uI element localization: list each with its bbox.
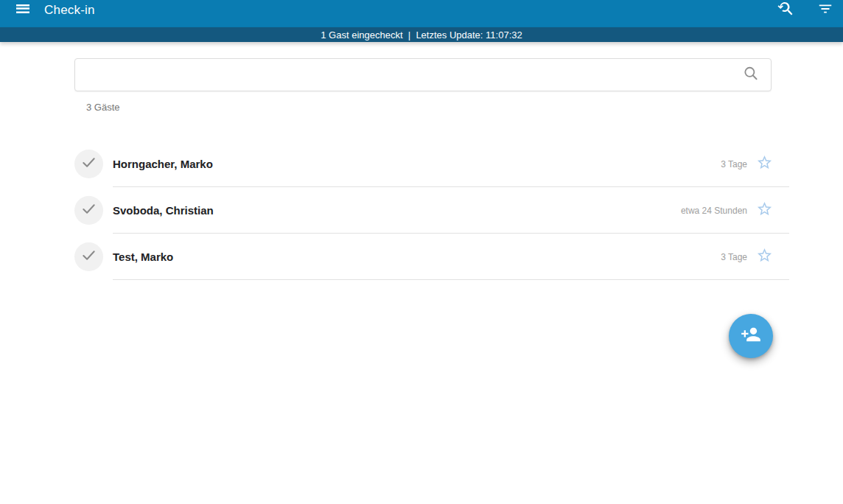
search-history-button[interactable] (777, 1, 794, 19)
search-history-icon (777, 0, 794, 21)
check-icon (80, 200, 97, 220)
star-border-icon (756, 247, 773, 267)
filter-button[interactable] (816, 1, 834, 19)
check-icon (80, 247, 97, 267)
guest-name: Horngacher, Marko (113, 158, 721, 170)
status-text: 1 Gast eingecheckt | Letztes Update: 11:… (321, 29, 522, 41)
checkin-status-button[interactable] (74, 242, 103, 271)
guest-duration: etwa 24 Stunden (681, 206, 747, 216)
checkin-status-button[interactable] (74, 196, 103, 225)
search-box (74, 58, 772, 91)
guest-name: Svoboda, Christian (113, 204, 681, 217)
guest-name: Test, Marko (113, 251, 721, 263)
filter-list-icon (817, 1, 833, 20)
guest-row[interactable]: Test, Marko 3 Tage (74, 234, 789, 280)
app-bar: Check-in (0, 0, 843, 27)
add-guest-button[interactable] (729, 314, 773, 358)
favorite-button[interactable] (756, 155, 773, 172)
guest-row[interactable]: Horngacher, Marko 3 Tage (74, 141, 789, 187)
star-border-icon (756, 154, 773, 174)
guest-row[interactable]: Svoboda, Christian etwa 24 Stunden (74, 187, 789, 234)
menu-button[interactable] (14, 1, 32, 19)
status-bar: 1 Gast eingecheckt | Letztes Update: 11:… (0, 27, 843, 42)
guest-list: Horngacher, Marko 3 Tage Svoboda, Christ… (74, 141, 789, 280)
favorite-button[interactable] (756, 202, 773, 219)
guest-duration: 3 Tage (721, 252, 747, 262)
check-icon (80, 154, 97, 174)
person-add-icon (741, 324, 761, 348)
guest-count-label: 3 Gäste (86, 102, 120, 113)
favorite-button[interactable] (756, 248, 773, 265)
search-icon[interactable] (741, 64, 760, 86)
search-input[interactable] (75, 59, 741, 91)
page-title: Check-in (44, 3, 95, 18)
guest-duration: 3 Tage (721, 159, 747, 169)
checkin-status-button[interactable] (74, 150, 103, 178)
star-border-icon (756, 200, 773, 220)
menu-icon (14, 0, 32, 21)
